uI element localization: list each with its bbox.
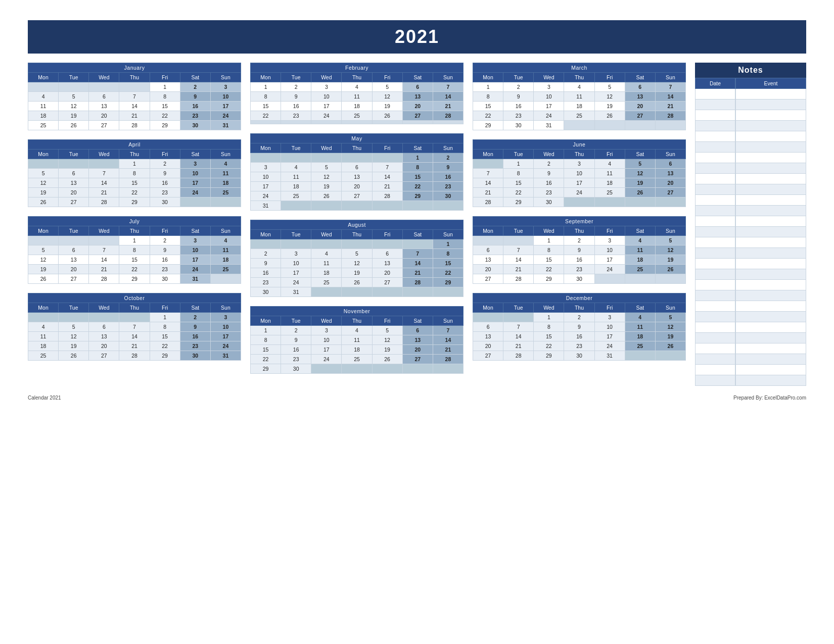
day-cell: 1 [473,82,503,92]
notes-date-cell[interactable] [695,184,735,194]
notes-event-cell[interactable] [735,142,806,152]
notes-date-cell[interactable] [695,195,735,205]
notes-event-cell[interactable] [735,280,806,290]
notes-event-cell[interactable] [735,153,806,163]
notes-date-cell[interactable] [695,121,735,131]
notes-row [695,312,806,322]
notes-event-cell[interactable] [735,110,806,120]
day-cell: 25 [342,111,372,121]
day-cell: 9 [564,245,594,255]
empty-day [402,201,433,211]
notes-event-cell[interactable] [735,216,806,226]
notes-date-cell[interactable] [695,301,735,311]
notes-date-cell[interactable] [695,354,735,364]
notes-date-cell[interactable] [695,163,735,173]
day-cell: 28 [119,351,150,361]
notes-event-cell[interactable] [735,100,806,110]
footer: Calendar 2021 Prepared By: ExcelDataPro.… [28,395,806,401]
notes-event-cell[interactable] [735,163,806,173]
empty-day [372,287,402,297]
notes-date-cell[interactable] [695,174,735,184]
notes-date-cell[interactable] [695,131,735,141]
day-cell: 2 [180,82,210,92]
notes-event-cell[interactable] [735,354,806,364]
notes-event-cell[interactable] [735,89,806,99]
notes-date-cell[interactable] [695,343,735,354]
day-cell: 1 [150,313,180,322]
day-cell: 19 [59,341,89,351]
notes-event-cell[interactable] [735,343,806,354]
empty-day [59,159,89,169]
notes-event-cell[interactable] [735,269,806,279]
day-cell: 20 [402,345,433,355]
notes-date-cell[interactable] [695,100,735,110]
day-cell: 1 [534,313,564,322]
notes-event-cell[interactable] [735,333,806,343]
notes-date-cell[interactable] [695,280,735,290]
day-cell: 13 [89,102,119,111]
day-cell: 22 [534,265,564,274]
notes-date-cell[interactable] [695,142,735,152]
notes-event-cell[interactable] [735,290,806,301]
notes-event-cell[interactable] [735,131,806,141]
day-header: Fri [150,73,180,82]
day-header: Sun [655,303,685,313]
day-cell: 20 [59,188,89,197]
notes-event-cell[interactable] [735,248,806,258]
day-cell: 15 [473,102,503,111]
notes-event-cell[interactable] [735,322,806,332]
notes-date-cell[interactable] [695,259,735,269]
notes-event-cell[interactable] [735,365,806,375]
notes-date-cell[interactable] [695,153,735,163]
notes-event-cell[interactable] [735,312,806,322]
day-cell: 2 [251,249,281,259]
notes-date-cell[interactable] [695,365,735,375]
day-header: Mon [251,316,281,326]
day-cell: 16 [150,178,180,188]
notes-date-cell[interactable] [695,89,735,99]
notes-date-cell[interactable] [695,216,735,226]
day-cell: 10 [311,335,342,345]
notes-date-cell[interactable] [695,290,735,301]
page: 2021 JanuaryMonTueWedThuFriSatSun1234567… [13,10,821,421]
day-cell: 19 [311,182,342,191]
day-cell: 1 [534,236,564,245]
day-cell: 28 [503,351,534,361]
notes-event-cell[interactable] [735,301,806,311]
day-cell: 28 [89,274,119,284]
notes-event-cell[interactable] [735,184,806,194]
empty-day [119,82,150,92]
notes-event-cell[interactable] [735,195,806,205]
notes-event-cell[interactable] [735,174,806,184]
notes-event-cell[interactable] [735,259,806,269]
day-cell: 16 [150,255,180,265]
day-cell: 9 [564,322,594,332]
day-cell: 11 [210,245,241,255]
notes-date-cell[interactable] [695,312,735,322]
day-cell: 30 [180,121,210,130]
notes-date-cell[interactable] [695,227,735,237]
notes-date-cell[interactable] [695,322,735,332]
notes-date-cell[interactable] [695,269,735,279]
day-cell: 12 [342,259,372,268]
day-cell: 30 [251,287,281,297]
notes-date-cell[interactable] [695,237,735,247]
notes-date-cell[interactable] [695,206,735,216]
notes-date-cell[interactable] [695,248,735,258]
notes-event-cell[interactable] [735,121,806,131]
day-cell: 30 [564,274,594,284]
day-cell: 16 [564,255,594,265]
day-cell: 1 [119,236,150,245]
notes-event-cell[interactable] [735,227,806,237]
notes-date-cell[interactable] [695,333,735,343]
day-cell: 11 [311,259,342,268]
day-cell: 1 [503,159,534,169]
day-cell: 26 [655,341,685,351]
day-cell: 3 [594,313,625,322]
notes-date-cell[interactable] [695,110,735,120]
notes-event-cell[interactable] [735,375,806,385]
notes-date-cell[interactable] [695,375,735,385]
notes-event-cell[interactable] [735,237,806,247]
month-title: January [28,63,241,73]
notes-event-cell[interactable] [735,206,806,216]
